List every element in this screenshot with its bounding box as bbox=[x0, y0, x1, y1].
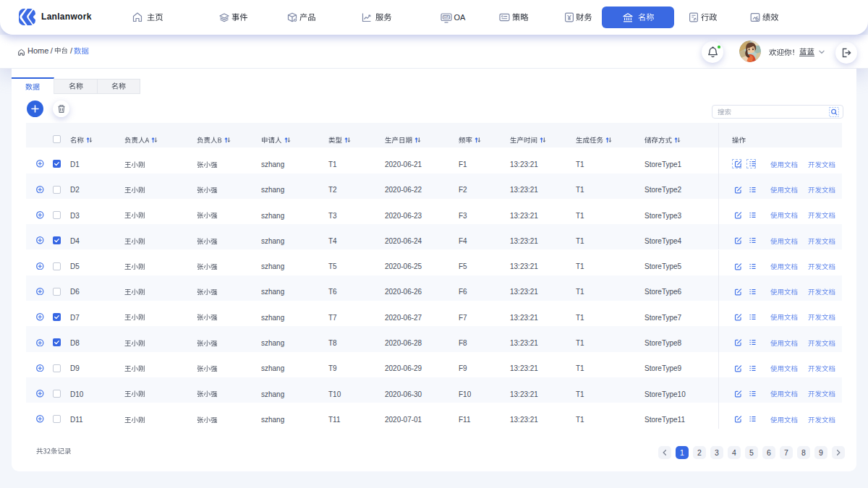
svg-text:OA: OA bbox=[444, 15, 450, 19]
